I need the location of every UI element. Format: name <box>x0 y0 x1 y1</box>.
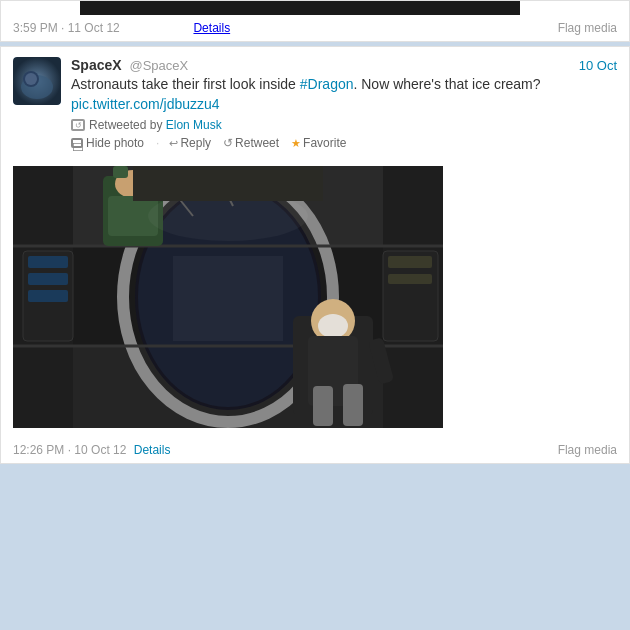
retweet-label: Retweet <box>235 136 279 150</box>
svg-rect-38 <box>133 166 323 201</box>
tweet-text-before: Astronauts take their first look inside <box>71 76 300 92</box>
tweet-content: SpaceX @SpaceX 10 Oct Astronauts take th… <box>71 57 617 150</box>
tweet-date[interactable]: 10 Oct <box>579 58 617 73</box>
flag-media-button[interactable]: Flag media <box>558 443 617 457</box>
favorite-button[interactable]: Favorite <box>291 136 346 150</box>
reply-icon <box>169 136 180 150</box>
svg-point-25 <box>318 314 348 338</box>
iss-photo[interactable] <box>13 166 443 428</box>
user-name[interactable]: SpaceX <box>71 57 122 73</box>
top-flag-media[interactable]: Flag media <box>558 21 617 35</box>
svg-rect-33 <box>28 290 68 302</box>
hashtag-dragon[interactable]: #Dragon <box>300 76 354 92</box>
tweet-header: SpaceX @SpaceX 10 Oct Astronauts take th… <box>13 57 617 150</box>
tweet-name-row: SpaceX @SpaceX 10 Oct <box>71 57 617 73</box>
avatar-svg <box>13 57 61 105</box>
tweet-photo-link[interactable]: pic.twitter.com/jdbuzzu4 <box>71 96 220 112</box>
svg-rect-28 <box>313 386 333 426</box>
svg-rect-31 <box>28 256 68 268</box>
favorite-icon <box>291 136 303 150</box>
avatar[interactable] <box>13 57 61 105</box>
retweet-indicator-icon: ↺ <box>71 119 85 131</box>
retweeted-by-user[interactable]: Elon Musk <box>166 118 222 132</box>
hide-photo-label: Hide photo <box>86 136 144 150</box>
top-tweet-card: 3:59 PM · 11 Oct 12 Details Flag media <box>0 0 630 42</box>
tweet-timestamp: 12:26 PM · 10 Oct 12 <box>13 443 126 457</box>
tweet-footer: 12:26 PM · 10 Oct 12 Details Flag media <box>1 437 629 463</box>
retweeted-by-label: Retweeted by <box>89 118 162 132</box>
user-info: SpaceX @SpaceX <box>71 57 188 73</box>
favorite-label: Favorite <box>303 136 346 150</box>
hide-photo-button[interactable]: Hide photo <box>71 136 144 150</box>
svg-rect-29 <box>343 384 363 426</box>
svg-rect-35 <box>388 256 432 268</box>
svg-rect-13 <box>173 256 283 341</box>
top-tweet-timestamp: 3:59 PM · 11 Oct 12 <box>13 21 120 35</box>
reply-button[interactable]: Reply <box>169 136 211 150</box>
tweet-text-middle: . Now where's that ice cream? <box>353 76 540 92</box>
tweet-text: Astronauts take their first look inside … <box>71 75 617 114</box>
reply-label: Reply <box>180 136 211 150</box>
tweet-timestamp-row: 12:26 PM · 10 Oct 12 Details <box>13 443 170 457</box>
retweet-icon <box>223 136 235 150</box>
photo-container <box>1 160 629 437</box>
bottom-spacer <box>0 464 630 484</box>
tweet-details-link[interactable]: Details <box>134 443 171 457</box>
svg-point-3 <box>25 73 37 85</box>
avatar-image <box>13 57 61 105</box>
tweet-card: SpaceX @SpaceX 10 Oct Astronauts take th… <box>0 46 630 464</box>
svg-rect-4 <box>73 143 83 151</box>
top-tweet-details-link[interactable]: Details <box>193 21 230 35</box>
retweet-button[interactable]: Retweet <box>223 136 279 150</box>
retweet-row: ↺ Retweeted by Elon Musk <box>71 118 617 132</box>
top-tweet-footer: 3:59 PM · 11 Oct 12 Details Flag media <box>1 15 629 41</box>
hide-icon-svg <box>73 143 83 151</box>
tweet-top-section: SpaceX @SpaceX 10 Oct Astronauts take th… <box>1 47 629 160</box>
svg-rect-36 <box>388 274 432 284</box>
action-row: Hide photo · Reply Retweet Favorite <box>71 136 617 150</box>
hide-photo-icon <box>71 138 83 148</box>
svg-rect-19 <box>113 166 128 178</box>
user-handle[interactable]: @SpaceX <box>129 58 188 73</box>
svg-rect-32 <box>28 273 68 285</box>
